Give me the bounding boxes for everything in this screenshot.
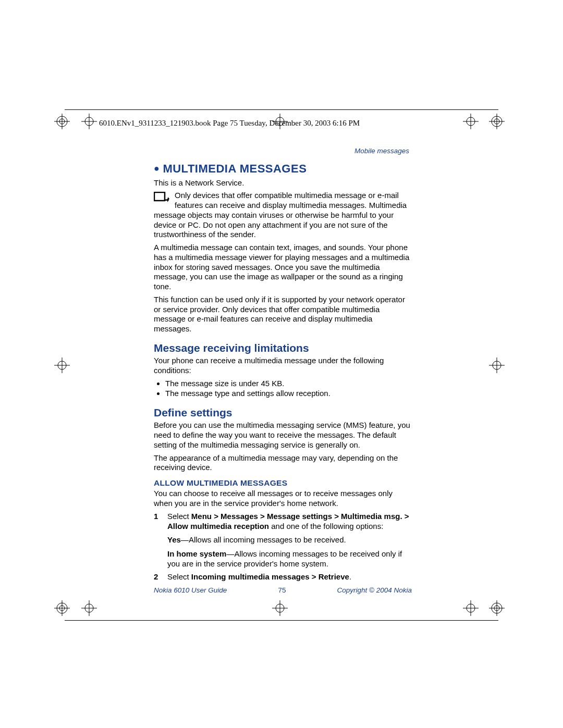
crosshair-icon <box>272 600 288 616</box>
step-option: Yes—Allows all incoming messages to be r… <box>167 535 412 545</box>
footer-right: Copyright © 2004 Nokia <box>337 586 412 594</box>
crosshair-icon <box>81 114 97 129</box>
heading-2: Message receiving limitations <box>154 341 412 355</box>
heading-2: Define settings <box>154 406 412 419</box>
page-footer: Nokia 6010 User Guide 75 Copyright © 200… <box>154 586 412 594</box>
crosshair-icon <box>489 600 505 616</box>
option-label: Yes <box>167 535 181 544</box>
svg-rect-40 <box>154 192 165 201</box>
document-page: 6010.ENv1_9311233_121903.book Page 75 Tu… <box>0 0 563 728</box>
paragraph: The appearance of a multimedia message m… <box>154 453 412 473</box>
step-item: 1 Select Menu > Messages > Message setti… <box>154 512 412 569</box>
step-text: . <box>349 572 351 581</box>
heading-1-text: MULTIMEDIA MESSAGES <box>163 162 307 175</box>
running-head: Mobile messages <box>354 147 409 155</box>
step-item: 2 Select Incoming multimedia messages > … <box>154 572 412 582</box>
paragraph: Before you can use the multimedia messag… <box>154 421 412 450</box>
print-header: 6010.ENv1_9311233_121903.book Page 75 Tu… <box>99 119 360 128</box>
option-desc: —Allows all incoming messages to be rece… <box>181 535 346 544</box>
crosshair-icon <box>489 357 505 373</box>
numbered-steps: 1 Select Menu > Messages > Message setti… <box>154 512 412 582</box>
option-label: In home system <box>167 549 226 558</box>
step-option: In home system—Allows incoming messages … <box>167 549 412 569</box>
step-bold: Incoming multimedia messages > Retrieve <box>191 572 349 581</box>
crop-line-top <box>65 109 498 110</box>
step-text: Select <box>167 512 191 521</box>
step-text: and one of the following options: <box>269 522 383 530</box>
list-item: The message type and settings allow rece… <box>165 389 412 399</box>
crosshair-icon <box>54 357 70 373</box>
note-text: Only devices that offer compatible multi… <box>154 191 412 240</box>
svg-marker-41 <box>165 196 169 198</box>
content-column: ●MULTIMEDIA MESSAGES This is a Network S… <box>154 162 412 584</box>
paragraph: A multimedia message can contain text, i… <box>154 243 412 292</box>
bullet-list: The message size is under 45 KB. The mes… <box>154 379 412 399</box>
crosshair-icon <box>54 114 70 129</box>
crosshair-icon <box>489 114 505 129</box>
list-item: The message size is under 45 KB. <box>165 379 412 389</box>
crosshair-icon <box>463 600 479 616</box>
note-icon <box>154 192 169 204</box>
paragraph: Your phone can receive a multimedia mess… <box>154 356 412 376</box>
footer-left: Nokia 6010 User Guide <box>154 586 227 594</box>
heading-1: ●MULTIMEDIA MESSAGES <box>154 162 412 176</box>
crosshair-icon <box>54 600 70 616</box>
intro-paragraph: This is a Network Service. <box>154 178 412 188</box>
page-number: 75 <box>278 586 286 594</box>
note-block: Only devices that offer compatible multi… <box>154 191 412 240</box>
paragraph: You can choose to receive all messages o… <box>154 489 412 509</box>
crosshair-icon <box>81 600 97 616</box>
step-number: 1 <box>154 512 167 569</box>
step-number: 2 <box>154 572 167 582</box>
step-body: Select Incoming multimedia messages > Re… <box>167 572 412 582</box>
step-body: Select Menu > Messages > Message setting… <box>167 512 412 569</box>
crosshair-icon <box>463 114 479 129</box>
bullet-icon: ● <box>154 163 160 174</box>
heading-3: ALLOW MULTIMEDIA MESSAGES <box>154 478 412 488</box>
step-text: Select <box>167 572 191 581</box>
crop-line-bottom <box>65 620 498 621</box>
paragraph: This function can be used only if it is … <box>154 295 412 334</box>
